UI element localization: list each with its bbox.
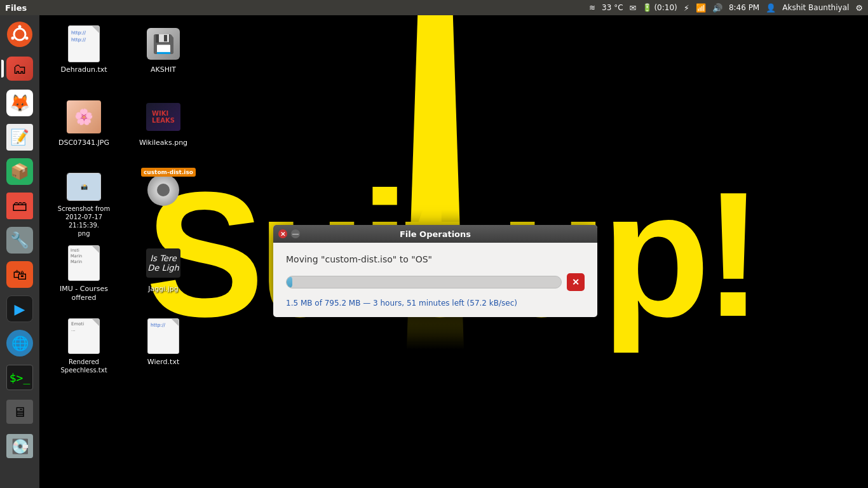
file-operations-dialog: ✕ — File Operations Moving "custom-dist.… (273, 225, 597, 317)
battery-icon: 🔋 (642, 3, 652, 12)
custom-dist-icon: custom-dist.iso (144, 171, 182, 209)
jaggi-label: Jaggi.jpg (148, 285, 179, 294)
wikileaks-icon: WIKILEAKS (144, 98, 182, 136)
dehradun-icon: http:// http:// (65, 25, 103, 63)
settings-icon: 🔧 (6, 227, 33, 254)
dialog-titlebar: ✕ — File Operations (273, 225, 597, 243)
progress-bar-background (286, 276, 562, 288)
wierd-label: Wierd.txt (147, 358, 179, 367)
volume-icon[interactable]: 🔊 (712, 3, 722, 13)
imu-icon: InstiMarinMarin (65, 244, 103, 282)
active-indicator (1, 60, 4, 78)
screenshot-label: Screenshot from2012-07-17 21:15:39.png (52, 205, 116, 238)
desktop-icons-area: http:// http:// Dehradun.txt 💾 AKSHIT � (39, 15, 262, 488)
username-display: Akshit Baunthiyal (782, 3, 849, 12)
dialog-title: File Operations (304, 229, 567, 239)
unity-launcher: 🗂 🦊 📝 📦 🗃 (0, 15, 39, 488)
text-editor-icon: 📝 (6, 124, 33, 151)
bluetooth-icon[interactable]: ⚡ (684, 3, 689, 13)
sidebar-item-red-app[interactable]: 🗃 (4, 190, 36, 222)
blue-app-icon: 🌐 (6, 330, 33, 356)
wifi-icon: ≋ (589, 3, 595, 12)
iso-disc (147, 174, 179, 206)
jaggi-icon: Is Tere De Ligh (144, 244, 182, 282)
sidebar-item-screen-share[interactable]: 🖥 (4, 396, 36, 428)
sidebar-item-ubuntu-logo[interactable] (4, 18, 36, 50)
desktop-icon-jaggi[interactable]: Is Tere De Ligh Jaggi.jpg (125, 241, 201, 311)
desktop-icon-akshit[interactable]: 💾 AKSHIT (125, 22, 201, 92)
imu-label: IMU - Courses offered (52, 285, 116, 303)
desktop-icon-wierd[interactable]: http:// Wierd.txt (125, 314, 201, 384)
screenshot-icon: 📸 (65, 171, 103, 202)
progress-container: ✕ (286, 273, 585, 291)
svg-point-3 (25, 37, 29, 40)
apt-icon: 📦 (6, 158, 33, 185)
top-panel: Files ≋ 33 °C ✉ 🔋 (0:10) ⚡ 📶 🔊 8:46 PM 👤… (0, 0, 868, 15)
files-icon: 🗂 (6, 57, 33, 81)
svg-point-2 (18, 25, 22, 29)
desktop-icon-dsc[interactable]: 🌸 DSC07341.JPG (46, 95, 122, 165)
disk-icon: 💽 (6, 434, 33, 458)
power-icon[interactable]: ⚙ (855, 3, 863, 13)
desktop-icon-wikileaks[interactable]: WIKILEAKS Wikileaks.png (125, 95, 201, 165)
sidebar-item-firefox[interactable]: 🦊 (4, 87, 36, 119)
dialog-close-button[interactable]: ✕ (278, 229, 287, 238)
desktop-icon-dehradun[interactable]: http:// http:// Dehradun.txt (46, 22, 122, 92)
software-center-icon: 🛍 (6, 261, 33, 288)
rendered-label: RenderedSpeechless.txt (60, 358, 107, 374)
panel-title[interactable]: Files (5, 3, 27, 13)
ubuntu-logo-icon (7, 22, 32, 47)
dialog-status-text: 1.5 MB of 795.2 MB — 3 hours, 51 minutes… (286, 299, 585, 308)
desktop-icon-imu[interactable]: InstiMarinMarin IMU - Courses offered (46, 241, 122, 311)
progress-bar-fill (287, 276, 292, 288)
akshit-icon: 💾 (144, 25, 182, 63)
user-icon[interactable]: 👤 (766, 3, 776, 13)
dialog-minimize-button[interactable]: — (291, 229, 300, 238)
red-app-icon: 🗃 (6, 193, 33, 219)
time-display: 8:46 PM (729, 3, 759, 12)
temperature-display: 33 °C (602, 3, 623, 12)
iso-badge: custom-dist.iso (141, 168, 196, 177)
wikileaks-label: Wikileaks.png (139, 139, 187, 147)
dsc-icon: 🌸 (65, 98, 103, 136)
dialog-body: Moving "custom-dist.iso" to "OS" ✕ 1.5 M… (273, 243, 597, 317)
panel-right: ≋ 33 °C ✉ 🔋 (0:10) ⚡ 📶 🔊 8:46 PM 👤 Akshi… (589, 3, 863, 13)
panel-left: Files (5, 3, 27, 13)
desktop-icon-screenshot[interactable]: 📸 Screenshot from2012-07-17 21:15:39.png (46, 168, 122, 238)
screen-share-icon: 🖥 (6, 400, 33, 424)
firefox-icon: 🦊 (6, 90, 33, 116)
akshit-label: AKSHIT (151, 65, 176, 74)
terminal-icon: $>_ (6, 365, 33, 390)
sidebar-item-text-editor[interactable]: 📝 (4, 121, 36, 153)
mail-icon[interactable]: ✉ (630, 3, 637, 13)
battery-display: 🔋 (0:10) (642, 3, 677, 12)
wierd-icon: http:// (144, 317, 182, 355)
progress-cancel-button[interactable]: ✕ (567, 273, 585, 291)
sidebar-item-terminal[interactable]: $>_ (4, 362, 36, 393)
sidebar-item-files[interactable]: 🗂 (4, 53, 36, 85)
svg-point-4 (11, 37, 15, 40)
dialog-operation-text: Moving "custom-dist.iso" to "OS" (286, 254, 585, 264)
cancel-icon: ✕ (572, 277, 580, 287)
sidebar-item-blue-app[interactable]: 🌐 (4, 327, 36, 359)
desktop-icon-custom-dist[interactable]: custom-dist.iso (125, 168, 201, 238)
xbmc-icon: ▶ (6, 295, 33, 322)
dehradun-label: Dehradun.txt (60, 65, 107, 74)
sidebar-item-settings[interactable]: 🔧 (4, 224, 36, 256)
rendered-icon: Emoti... (65, 317, 103, 355)
sidebar-item-disk[interactable]: 💽 (4, 430, 36, 462)
desktop-icon-rendered[interactable]: Emoti... RenderedSpeechless.txt (46, 314, 122, 384)
dsc-label: DSC07341.JPG (58, 139, 109, 147)
desktop: Suit up! Files ≋ 33 °C ✉ 🔋 (0:10) ⚡ 📶 🔊 … (0, 0, 868, 488)
network-icon[interactable]: 📶 (696, 3, 706, 13)
sidebar-item-software-center[interactable]: 🛍 (4, 259, 36, 290)
sidebar-item-xbmc[interactable]: ▶ (4, 293, 36, 325)
sidebar-item-apt[interactable]: 📦 (4, 156, 36, 187)
